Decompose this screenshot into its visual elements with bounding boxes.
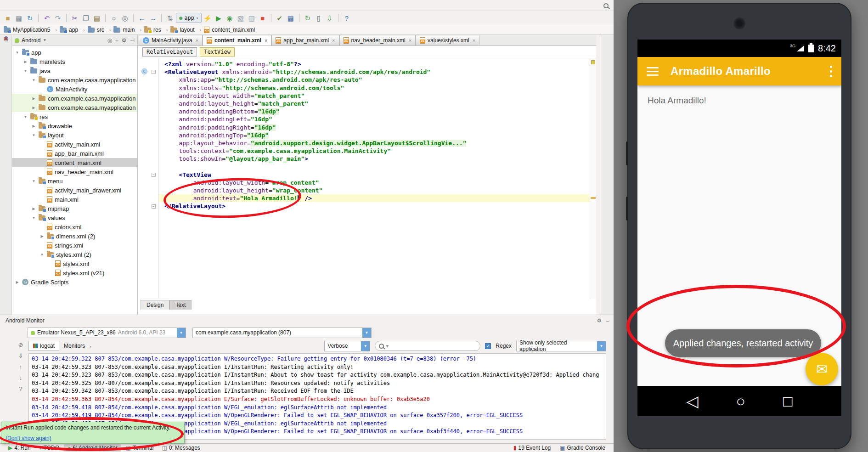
logcat-tool-icon[interactable]: ↓ — [19, 374, 23, 381]
toolbar-icon[interactable]: ✔ — [275, 13, 285, 23]
breadcrumb-item[interactable]: layout› — [170, 27, 204, 33]
back-button[interactable]: ◁ — [686, 393, 698, 409]
tree-row[interactable]: main.xml — [12, 195, 137, 204]
toolbar-icon[interactable]: → — [148, 13, 158, 23]
gear-icon[interactable]: ⚙ — [597, 317, 602, 324]
toolbar-icon[interactable] — [133, 14, 134, 22]
tree-expand-arrow[interactable]: ▶ — [31, 106, 36, 110]
regex-checkbox[interactable]: ✓ — [485, 343, 491, 349]
fold-icon[interactable]: − — [152, 204, 156, 209]
tree-row[interactable]: ▼app — [12, 48, 137, 57]
logcat-tool-icon[interactable]: ⇓ — [18, 352, 23, 359]
tree-row[interactable]: activity_main_drawer.xml — [12, 186, 137, 195]
toolbar-icon[interactable] — [271, 14, 271, 22]
hide-icon[interactable]: ⊣ — [130, 37, 135, 44]
close-tab-icon[interactable]: × — [265, 38, 267, 43]
toolbar-icon[interactable]: ↻ — [25, 13, 35, 23]
menu-item[interactable] — [76, 5, 85, 6]
tab-logcat[interactable]: logcat — [28, 341, 59, 351]
tree-row[interactable]: ▼styles.xml (2) — [12, 250, 137, 259]
menu-item[interactable] — [18, 5, 27, 6]
tab-text[interactable]: Text — [169, 300, 192, 310]
toolbar-icon[interactable]: ◎ — [120, 13, 130, 23]
menu-item[interactable] — [60, 5, 68, 6]
toolbar-icon[interactable] — [161, 14, 162, 22]
breadcrumb-item[interactable]: MyApplication5› — [4, 27, 60, 33]
toolbar-icon[interactable] — [299, 14, 299, 22]
tree-expand-arrow[interactable]: ▼ — [23, 115, 28, 119]
toolbar-icon[interactable]: ○ — [109, 13, 119, 23]
tree-row[interactable]: ▶dimens.xml (2) — [12, 232, 137, 241]
toolbar-icon[interactable]: ▧ — [236, 13, 246, 23]
toolbar-icon[interactable]: ← — [137, 13, 147, 23]
menu-item[interactable] — [27, 5, 35, 6]
tree-row[interactable]: styles.xml — [12, 259, 137, 268]
close-tab-icon[interactable]: × — [473, 38, 475, 43]
logcat-search-input[interactable]: ▾ — [375, 341, 480, 351]
toolbar-icon[interactable]: ■ — [258, 13, 268, 23]
editor-tab[interactable]: MainActivity.java× — [139, 35, 203, 45]
editor-tab[interactable]: nav_header_main.xml× — [339, 35, 416, 45]
breadcrumb-item[interactable]: content_main.xml› — [204, 27, 265, 33]
logcat-tool-icon[interactable]: ↑ — [19, 363, 23, 370]
tree-row[interactable]: app_bar_main.xml — [12, 149, 137, 158]
toolbar-icon[interactable]: ●app▾ — [176, 13, 202, 23]
toolbar-icon[interactable]: ⇅ — [165, 13, 175, 23]
menu-item[interactable] — [10, 5, 18, 6]
toolbar-icon[interactable]: ✂ — [70, 13, 80, 23]
menu-item[interactable] — [43, 5, 51, 6]
chip-relativelayout[interactable]: RelativeLayout — [142, 47, 197, 56]
tree-row[interactable]: nav_header_main.xml — [12, 167, 137, 176]
tree-row[interactable]: ▶drawable — [12, 121, 137, 130]
toolbar-icon[interactable] — [105, 14, 106, 22]
home-button[interactable]: ○ — [736, 393, 746, 409]
minimize-icon[interactable]: ⎯ — [606, 317, 609, 324]
toolbar-icon[interactable]: ⚡ — [203, 13, 213, 23]
menu-item[interactable] — [93, 5, 101, 6]
tree-row[interactable]: ▼com.example.casa.myapplication — [12, 75, 137, 85]
tree-row[interactable]: ▶com.example.casa.myapplication (tes — [12, 103, 137, 112]
tab-design[interactable]: Design — [141, 300, 169, 310]
tree-row[interactable]: ▼menu — [12, 176, 137, 186]
process-dropdown[interactable]: com.example.casa.myapplication (807) ▼ — [192, 328, 372, 338]
tree-row[interactable]: ▼layout — [12, 130, 137, 140]
tree-row[interactable]: styles.xml (v21) — [12, 268, 137, 277]
log-filter-dropdown[interactable]: Show only selected application ▼ — [516, 341, 606, 351]
toolbar-icon[interactable]: ❐ — [81, 13, 91, 23]
menu-item[interactable] — [68, 5, 76, 6]
tree-expand-arrow[interactable]: ▶ — [31, 207, 36, 211]
fold-icon[interactable]: − — [152, 173, 156, 177]
tree-expand-arrow[interactable]: ▶ — [39, 234, 45, 238]
tree-row[interactable]: ▶Gradle Scripts — [12, 277, 137, 287]
menu-item[interactable] — [85, 5, 93, 6]
search-everywhere-icon[interactable] — [603, 3, 609, 8]
chip-textview[interactable]: TextView — [200, 47, 235, 56]
menu-item[interactable] — [101, 5, 109, 6]
toolbar-icon[interactable]: ↶ — [42, 13, 52, 23]
recents-button[interactable]: □ — [783, 393, 793, 409]
toolbar-icon[interactable] — [338, 14, 338, 22]
toolbar-icon[interactable]: ▤ — [92, 13, 102, 23]
tree-row[interactable]: strings.xml — [12, 241, 137, 250]
tree-row[interactable]: content_main.xml — [12, 158, 137, 167]
tree-expand-arrow[interactable]: ▼ — [23, 69, 28, 73]
toolbar-icon[interactable]: ↷ — [53, 13, 63, 23]
toolbar-icon[interactable]: ⇩ — [325, 13, 335, 23]
tree-expand-arrow[interactable]: ▼ — [31, 179, 36, 183]
tree-expand-arrow[interactable]: ▼ — [39, 253, 45, 257]
toolbar-icon[interactable]: ▦ — [14, 13, 24, 23]
tree-row[interactable]: ▼res — [12, 112, 137, 121]
tree-expand-arrow[interactable]: ▶ — [31, 96, 36, 101]
breadcrumb-item[interactable]: main› — [113, 27, 144, 33]
overflow-menu-icon[interactable] — [830, 66, 832, 77]
tree-row[interactable]: ▼java — [12, 66, 137, 75]
tree-expand-arrow[interactable]: ▼ — [31, 216, 36, 220]
code-editor[interactable]: C − − − <?xml version="1.0" encoding="ut… — [138, 58, 596, 299]
fold-icon[interactable]: − — [152, 70, 156, 74]
tree-expand-arrow[interactable]: ▶ — [23, 60, 28, 64]
tree-row[interactable]: ▶mipmap — [12, 204, 137, 213]
close-tab-icon[interactable]: × — [195, 38, 198, 43]
gear-icon[interactable]: ⚙ — [122, 37, 127, 44]
chevron-down-icon[interactable]: ▼ — [43, 38, 46, 42]
status-bar-button[interactable]: ▣Gradle Console — [556, 444, 609, 452]
